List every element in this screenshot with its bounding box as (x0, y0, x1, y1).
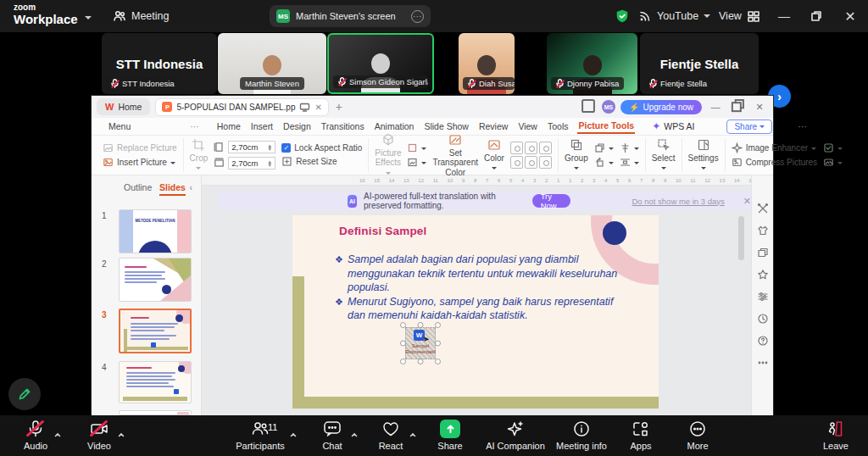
slide-body-text[interactable]: ❖ Sampel adalah bagian dari populasi yan… (335, 253, 623, 323)
picture-border-button[interactable] (407, 142, 426, 153)
height-input[interactable]: 2,70cm ▲▼ (228, 141, 275, 153)
picture-to-shape-icon[interactable] (539, 156, 552, 169)
resize-handle[interactable] (400, 322, 406, 328)
slide-thumbnail-2[interactable] (119, 258, 192, 302)
menu-tab-design[interactable]: Design (282, 120, 312, 133)
close-button[interactable]: ✕ (836, 0, 865, 32)
menu-tab-picture-tools[interactable]: Picture Tools (577, 119, 635, 134)
dismiss-banner-link[interactable]: Do not show me in 3 days (632, 197, 724, 206)
crop-button[interactable]: Crop (190, 138, 209, 173)
favorites-star-icon[interactable] (757, 269, 769, 281)
collapse-panel-icon[interactable]: ‹ (190, 182, 193, 192)
participants-button[interactable]: 11 Participants (224, 420, 297, 451)
outline-tab[interactable]: Outline (124, 182, 152, 192)
reset-size-button[interactable]: Reset Size (281, 156, 362, 167)
slide-thumbnail-4[interactable] (119, 361, 192, 403)
menu-more-icon[interactable]: ··· (798, 121, 807, 131)
slide-thumbnail-1[interactable]: METODE PENELITIAN (119, 209, 192, 253)
menu-tab-insert[interactable]: Insert (250, 120, 274, 133)
picture-convert-button[interactable] (823, 157, 843, 168)
lock-aspect-ratio-checkbox[interactable]: ✓ Lock Aspect Ratio (281, 143, 362, 153)
group-button[interactable]: Group (565, 138, 588, 173)
resize-handle[interactable] (400, 341, 406, 347)
brightness-down-icon[interactable] (510, 156, 523, 169)
react-chevron-icon[interactable] (409, 426, 416, 433)
shapes-layers-icon[interactable] (757, 247, 769, 259)
wps-share-button[interactable]: Share (726, 120, 772, 134)
height-spinner[interactable]: ▲▼ (267, 144, 272, 151)
resize-handle[interactable] (418, 359, 424, 364)
resize-handle[interactable] (400, 359, 406, 364)
restore-button[interactable] (802, 0, 831, 32)
adjust-settings-icon[interactable] (757, 291, 769, 303)
compress-pictures-button[interactable]: Compress Pictures (732, 157, 817, 168)
audio-options-chevron-icon[interactable] (54, 426, 61, 433)
picture-reset-button[interactable] (407, 157, 426, 168)
live-stream-indicator[interactable]: YouTube (638, 0, 710, 32)
view-button[interactable]: View (719, 0, 760, 32)
menu-tab-slide-show[interactable]: Slide Show (423, 120, 470, 133)
wps-close-button[interactable]: ✕ (751, 102, 768, 113)
more-quick-actions-icon[interactable]: ··· (190, 121, 199, 131)
react-button[interactable]: React (357, 420, 425, 451)
menu-tab-home[interactable]: Home (216, 120, 242, 133)
audio-button[interactable]: Audio (2, 420, 70, 451)
width-input[interactable]: 2,70cm ▲▼ (228, 157, 275, 170)
resize-handle[interactable] (435, 341, 441, 347)
video-tile-simson-gideon[interactable]: Simson Gideon Sigarla... (327, 33, 434, 94)
bring-forward-button[interactable] (594, 142, 614, 153)
image-enhancer-button[interactable]: Image Enhancer (732, 142, 817, 153)
annotate-button[interactable] (8, 378, 41, 410)
resize-handle[interactable] (418, 322, 424, 328)
wps-restore-button[interactable] (729, 97, 746, 116)
menu-tab-transitions[interactable]: Transitions (320, 120, 365, 133)
resize-handle[interactable] (435, 359, 441, 364)
slide-title[interactable]: Definisi Sampel (339, 225, 427, 237)
brightness-up-icon[interactable] (510, 142, 523, 154)
slide-canvas[interactable]: Definisi Sampel ❖ Sampel adalah bagian d… (292, 215, 659, 409)
video-tile-diah-susanti[interactable]: Diah Susanti (459, 33, 515, 94)
quick-tools-icon[interactable] (757, 203, 769, 214)
chat-button[interactable]: Chat (298, 420, 366, 451)
frame-icon[interactable] (539, 142, 552, 154)
color-button[interactable]: Color (484, 138, 504, 173)
more-button[interactable]: More (664, 420, 732, 451)
new-tab-icon[interactable]: + (336, 100, 342, 114)
contrast-down-icon[interactable] (525, 156, 537, 169)
rotate-button[interactable] (594, 157, 614, 168)
leave-button[interactable]: Leave (802, 420, 868, 451)
participants-chevron-icon[interactable] (290, 426, 297, 433)
slides-tab[interactable]: Slides (159, 182, 186, 196)
design-styles-icon[interactable] (757, 225, 769, 236)
share-screen-button[interactable]: Share (416, 420, 484, 451)
contrast-icon[interactable] (525, 142, 537, 154)
picture-effects-button[interactable]: Picture Effects (375, 133, 401, 178)
width-spinner[interactable]: ▲▼ (267, 160, 272, 167)
insert-picture-button[interactable]: Insert Picture (103, 157, 177, 168)
select-button[interactable]: Select (652, 138, 676, 173)
menu-tab-view[interactable]: View (517, 120, 538, 133)
document-tab[interactable]: P 5-POPULASI DAN SAMPEL.pp ✕ (155, 98, 328, 116)
try-now-button[interactable]: Try Now (532, 194, 571, 208)
minimize-button[interactable]: — (770, 0, 798, 32)
close-banner-icon[interactable]: ✕ (743, 196, 751, 207)
menu-label[interactable]: Menu (108, 121, 131, 131)
menu-tab-animation[interactable]: Animation (374, 120, 415, 133)
meeting-info-button[interactable]: Meeting info (548, 420, 615, 451)
upgrade-now-button[interactable]: ⚡ Upgrade now (620, 100, 702, 114)
close-document-icon[interactable]: ✕ (314, 103, 321, 112)
settings-button[interactable]: Settings (688, 138, 719, 173)
video-tile-djonny-pabisa[interactable]: Djonny Pabisa (547, 33, 637, 94)
video-button[interactable]: Video (65, 420, 133, 451)
video-tile-marthin-steven[interactable]: Marthin Steven (218, 33, 326, 94)
menu-tab-review[interactable]: Review (478, 120, 509, 133)
set-transparent-color-button[interactable]: Set Transparent Color (432, 133, 478, 178)
resize-handle[interactable] (435, 322, 441, 328)
wps-home-tab[interactable]: W Home (97, 98, 150, 115)
wps-minimize-button[interactable]: — (707, 102, 724, 112)
selected-embedded-object[interactable]: W ➤ Sampel Representatif (403, 325, 438, 362)
replace-picture-button[interactable]: Replace Picture (103, 142, 177, 153)
video-tile-stt-indonesia[interactable]: STT Indonesia STT Indonesia (102, 33, 217, 94)
wps-account-avatar[interactable]: MS (602, 100, 615, 114)
wps-ai-button[interactable]: ✦ WPS AI (652, 120, 694, 132)
